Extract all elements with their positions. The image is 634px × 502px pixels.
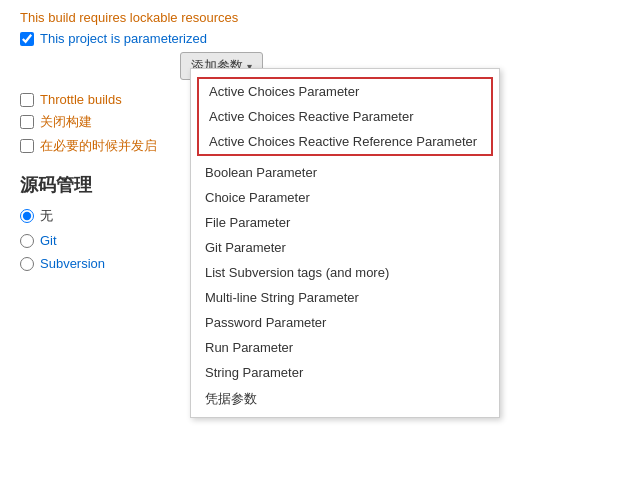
dropdown-highlighted-group: Active Choices Parameter Active Choices … bbox=[197, 77, 493, 156]
dropdown-item-list-subversion[interactable]: List Subversion tags (and more) bbox=[191, 260, 499, 285]
dropdown-item-credentials[interactable]: 凭据参数 bbox=[191, 385, 499, 413]
radio-svn[interactable] bbox=[20, 257, 34, 271]
dropdown-menu: Active Choices Parameter Active Choices … bbox=[190, 68, 500, 418]
close-label: 关闭构建 bbox=[40, 113, 92, 131]
radio-svn-label: Subversion bbox=[40, 256, 105, 271]
radio-git-label: Git bbox=[40, 233, 57, 248]
dropdown-item-password[interactable]: Password Parameter bbox=[191, 310, 499, 335]
throttle-label: Throttle builds bbox=[40, 92, 122, 107]
dropdown-item-git[interactable]: Git Parameter bbox=[191, 235, 499, 260]
dropdown-item-choice[interactable]: Choice Parameter bbox=[191, 185, 499, 210]
concurrent-checkbox[interactable] bbox=[20, 139, 34, 153]
dropdown-item-multiline-string[interactable]: Multi-line String Parameter bbox=[191, 285, 499, 310]
parameterized-checkbox[interactable] bbox=[20, 32, 34, 46]
throttle-checkbox[interactable] bbox=[20, 93, 34, 107]
dropdown-item-active-choices[interactable]: Active Choices Parameter bbox=[199, 79, 491, 104]
cut-top-text: This build requires lockable resources bbox=[20, 10, 238, 25]
cut-top-row: This build requires lockable resources bbox=[0, 10, 634, 31]
dropdown-item-string[interactable]: String Parameter bbox=[191, 360, 499, 385]
dropdown-item-active-choices-reactive[interactable]: Active Choices Reactive Parameter bbox=[199, 104, 491, 129]
page-content: This build requires lockable resources T… bbox=[0, 0, 634, 502]
dropdown-item-run[interactable]: Run Parameter bbox=[191, 335, 499, 360]
dropdown-item-file[interactable]: File Parameter bbox=[191, 210, 499, 235]
close-checkbox[interactable] bbox=[20, 115, 34, 129]
radio-none[interactable] bbox=[20, 209, 34, 223]
concurrent-label: 在必要的时候并发启 bbox=[40, 137, 157, 155]
dropdown-item-boolean[interactable]: Boolean Parameter bbox=[191, 160, 499, 185]
parameterized-label: This project is parameterized bbox=[40, 31, 207, 46]
radio-none-label: 无 bbox=[40, 207, 53, 225]
dropdown-item-active-choices-reactive-ref[interactable]: Active Choices Reactive Reference Parame… bbox=[199, 129, 491, 154]
parameterized-row: This project is parameterized bbox=[20, 31, 614, 46]
radio-git[interactable] bbox=[20, 234, 34, 248]
